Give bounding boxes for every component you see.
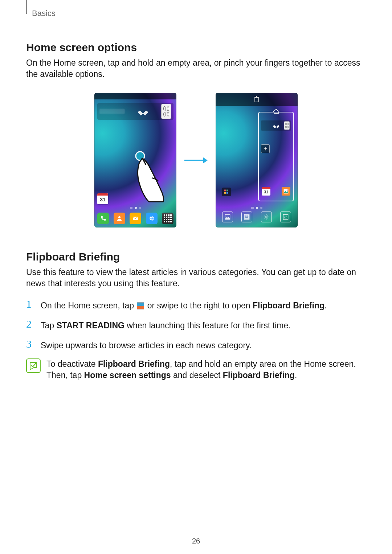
step-number: 1 — [26, 299, 34, 309]
settings-button — [261, 212, 272, 222]
phone-app-icon — [97, 213, 109, 224]
home-area: 31 — [97, 126, 173, 204]
manual-page: Basics Home screen options On the Home s… — [0, 0, 392, 554]
dock — [97, 212, 173, 225]
apps-drawer-icon — [162, 213, 173, 224]
svg-rect-23 — [283, 214, 289, 219]
header-rule — [26, 0, 27, 14]
note-block: To deactivate Flipboard Briefing, tap an… — [26, 358, 366, 381]
svg-rect-11 — [224, 192, 226, 194]
calendar-icon: 31 — [262, 187, 270, 196]
page-header: Basics — [26, 9, 366, 18]
hand-gesture-icon — [127, 147, 171, 205]
section-heading-home-screen-options: Home screen options — [26, 41, 366, 54]
trash-icon — [254, 96, 260, 103]
editor-panels: 31 — [216, 106, 298, 207]
step-3-text: Swipe upwards to browse articles in each… — [41, 338, 252, 351]
step-2: 2 Tap START READING when launching this … — [26, 319, 366, 331]
contacts-app-icon — [114, 213, 125, 224]
svg-rect-10 — [226, 190, 228, 192]
editor-toolbar — [218, 210, 295, 226]
page-indicator — [94, 207, 176, 209]
heart-icon — [140, 109, 146, 114]
flipboard-tile-icon — [137, 302, 144, 309]
step-number: 3 — [26, 338, 34, 349]
svg-rect-6 — [255, 98, 258, 102]
svg-point-15 — [287, 189, 288, 190]
section-heading-flipboard: Flipboard Briefing — [26, 251, 366, 263]
folder-widget — [97, 103, 173, 120]
note-icon — [26, 358, 41, 373]
step-1: 1 On the Home screen, tap or swipe to th… — [26, 299, 366, 311]
status-bar — [94, 93, 176, 99]
page-number: 26 — [0, 537, 392, 545]
wallpapers-button — [222, 212, 233, 222]
svg-point-22 — [266, 216, 268, 218]
step-3: 3 Swipe upwards to browse articles in ea… — [26, 338, 366, 351]
svg-rect-12 — [226, 192, 228, 194]
gallery-chip-icon — [282, 187, 290, 196]
folder-label-blur — [99, 109, 125, 114]
calendar-day: 31 — [264, 190, 268, 194]
header-section-label: Basics — [32, 9, 56, 18]
folder-widget-mini — [261, 120, 291, 131]
note-text: To deactivate Flipboard Briefing, tap an… — [46, 358, 366, 381]
app-grid-icon — [161, 104, 171, 119]
step-1-text: On the Home screen, tap or swipe to the … — [41, 299, 327, 311]
step-2-text: Tap START READING when launching this fe… — [41, 319, 291, 331]
mail-app-icon — [130, 213, 141, 224]
screenshot-home-screen: 31 — [94, 93, 176, 227]
page-panel-2-selected: 31 — [258, 112, 294, 201]
arrow-right-icon — [184, 157, 208, 164]
screenshot-home-editor: 31 — [216, 93, 298, 227]
svg-rect-7 — [254, 97, 259, 98]
browser-app-icon — [146, 213, 158, 224]
calendar-day: 31 — [100, 197, 106, 202]
page-panel-1 — [219, 112, 254, 201]
calendar-icon: 31 — [97, 193, 108, 204]
figure-row: 31 — [26, 93, 366, 227]
svg-rect-21 — [245, 217, 249, 219]
themes-button — [280, 212, 291, 222]
plus-chip-icon — [261, 144, 270, 153]
page-indicator — [216, 207, 298, 209]
section-body-home-screen-options: On the Home screen, tap and hold an empt… — [26, 57, 366, 80]
svg-marker-17 — [226, 217, 230, 218]
widget-chip-icon — [222, 188, 231, 196]
section-body-flipboard: Use this feature to view the latest arti… — [26, 267, 366, 289]
svg-point-1 — [118, 216, 121, 218]
step-number: 2 — [26, 319, 34, 329]
svg-rect-9 — [224, 190, 226, 192]
svg-rect-19 — [245, 216, 247, 217]
heart-icon — [274, 124, 278, 127]
svg-rect-8 — [256, 96, 257, 97]
delete-bar — [216, 93, 298, 106]
home-indicator-icon — [273, 109, 279, 114]
steps-list: 1 On the Home screen, tap or swipe to th… — [26, 299, 366, 351]
svg-marker-5 — [203, 157, 208, 163]
svg-rect-20 — [247, 216, 249, 217]
widgets-button — [241, 212, 252, 222]
app-grid-icon — [284, 122, 290, 130]
